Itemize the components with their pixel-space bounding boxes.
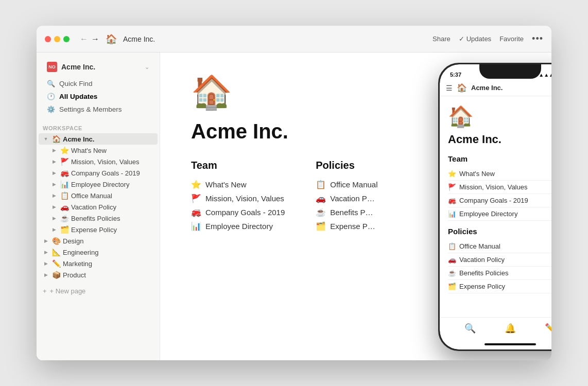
new-page-label: + New page: [50, 287, 86, 295]
sidebar-all-updates[interactable]: 🕐 All Updates: [43, 90, 153, 103]
phone-screen: 5:37 ▲▲▲ 📶 🔋 ☰ 🏠 Acme Inc. ⬆ •: [440, 64, 551, 349]
phone-content: 🏠 Acme Inc. Team ⭐ What's New ••• 🚩: [440, 96, 551, 317]
item-emoji: 🚩: [191, 194, 201, 203]
item-emoji: ☕: [316, 207, 326, 217]
phone-list-item[interactable]: 📋 Office Manual •••: [448, 240, 551, 253]
expand-icon: ▶: [42, 237, 50, 245]
sidebar-item-company-goals[interactable]: ▶ 🚒 Company Goals - 2019: [39, 167, 158, 179]
new-page-button[interactable]: + + New page: [37, 285, 160, 297]
sidebar-item-engineering[interactable]: ▶ 📐 Engineering: [39, 247, 158, 258]
phone-item-emoji: 🚒: [448, 197, 456, 204]
expand-icon: ▶: [42, 248, 50, 256]
gear-icon: ⚙️: [47, 106, 55, 113]
workspace-header[interactable]: NO Acme Inc. ⌄: [43, 59, 153, 75]
phone-item-emoji: 🗂️: [448, 283, 456, 290]
minimize-button[interactable]: [54, 36, 60, 42]
nav-arrows: ← →: [80, 34, 99, 44]
section-item-label: Expense P…: [330, 222, 375, 231]
section-item-office[interactable]: 📋 Office Manual: [316, 178, 408, 191]
team-section-title: Team: [191, 160, 285, 171]
item-emoji: 🚩: [60, 157, 69, 166]
team-section: Team ⭐ What's New 🚩 Mission, Vision, Val…: [191, 160, 285, 233]
phone-list-item[interactable]: 🚒 Company Goals - 2019 •••: [448, 194, 551, 207]
item-emoji: 🚗: [316, 194, 326, 203]
workspace-chevron-icon: ⌄: [145, 64, 149, 71]
traffic-lights: [45, 36, 70, 42]
sidebar-quick-find-label: Quick Find: [59, 80, 93, 87]
phone-item-label: Mission, Vision, Values: [459, 183, 551, 191]
phone-list-item[interactable]: 🚩 Mission, Vision, Values •••: [448, 181, 551, 194]
phone-search-icon[interactable]: 🔍: [464, 323, 476, 334]
phone-compose-icon[interactable]: ✏️: [545, 323, 551, 334]
home-bar: [485, 343, 536, 345]
phone-list-item[interactable]: ⭐ What's New •••: [448, 167, 551, 181]
updates-button[interactable]: Updates: [459, 35, 491, 43]
expand-icon: ▼: [42, 135, 50, 143]
phone-item-emoji: 📋: [448, 242, 456, 250]
section-item-label: Company Goals - 2019: [205, 208, 285, 217]
section-item-vacation[interactable]: 🚗 Vacation P…: [316, 191, 408, 205]
phone-page-emoji: 🏠: [457, 83, 467, 93]
sidebar-item-product[interactable]: ▶ 📦 Product: [39, 269, 158, 280]
app-window: ← → 🏠 Acme Inc. Share Updates Favorite •…: [37, 26, 551, 360]
expand-icon: ▶: [50, 157, 58, 166]
phone-menu-icon[interactable]: ☰: [446, 84, 453, 92]
sidebar-item-office-manual[interactable]: ▶ 📋 Office Manual: [39, 190, 158, 201]
phone-header-title: Acme Inc.: [448, 133, 551, 146]
phone-time: 5:37: [450, 72, 461, 78]
maximize-button[interactable]: [63, 36, 70, 42]
phone-list-item[interactable]: 🗂️ Expense Policy •••: [448, 280, 551, 293]
item-emoji: 🎨: [52, 237, 61, 245]
sidebar-quick-find[interactable]: 🔍 Quick Find: [43, 77, 153, 90]
close-button[interactable]: [45, 36, 51, 42]
sidebar-benefits-label: Benefits Policies: [71, 215, 120, 222]
phone-item-emoji: ☕: [448, 269, 456, 277]
sidebar-item-mission[interactable]: ▶ 🚩 Mission, Vision, Values: [39, 156, 158, 167]
more-button[interactable]: •••: [532, 33, 543, 44]
sidebar-item-benefits[interactable]: ▶ ☕ Benefits Policies: [39, 213, 158, 224]
sidebar-item-expense[interactable]: ▶ 🗂️ Expense Policy: [39, 224, 158, 235]
expand-icon: ▶: [50, 191, 58, 200]
favorite-button[interactable]: Favorite: [499, 35, 524, 43]
section-item-employee-dir[interactable]: 📊 Employee Directory: [191, 219, 285, 233]
item-emoji: ⭐: [60, 146, 69, 154]
policies-section-title: Policies: [316, 160, 408, 171]
expand-icon: ▶: [50, 203, 58, 211]
section-item-mission[interactable]: 🚩 Mission, Vision, Values: [191, 191, 285, 205]
phone-policies-section: Policies 📋 Office Manual ••• 🚗 Vacation …: [448, 227, 551, 293]
section-item-benefits[interactable]: ☕ Benefits P…: [316, 205, 408, 219]
sidebar-settings[interactable]: ⚙️ Settings & Members: [43, 103, 153, 116]
phone-bell-icon[interactable]: 🔔: [505, 323, 516, 334]
phone-item-label: Office Manual: [459, 242, 551, 250]
phone-list-item[interactable]: 🚗 Vacation Policy •••: [448, 253, 551, 267]
section-item-label: Employee Directory: [205, 222, 273, 231]
sidebar-item-vacation[interactable]: ▶ 🚗 Vacation Policy: [39, 201, 158, 213]
phone-list-item[interactable]: 📊 Employee Directory •••: [448, 207, 551, 221]
sidebar-marketing-label: Marketing: [63, 260, 92, 268]
sidebar-mission-label: Mission, Vision, Values: [71, 158, 139, 166]
phone-policies-heading: Policies: [448, 227, 551, 236]
share-button[interactable]: Share: [433, 35, 451, 43]
section-item-expense[interactable]: 🗂️ Expense P…: [316, 219, 408, 233]
section-item-company-goals[interactable]: 🚒 Company Goals - 2019: [191, 205, 285, 219]
forward-arrow[interactable]: →: [91, 34, 99, 44]
sidebar-item-whats-new[interactable]: ▶ ⭐ What's New: [39, 145, 158, 156]
section-item-whats-new[interactable]: ⭐ What's New: [191, 178, 285, 191]
phone-nav-bar: ☰ 🏠 Acme Inc. ⬆ •••: [440, 80, 551, 96]
back-arrow[interactable]: ←: [80, 34, 88, 44]
item-emoji: ✏️: [52, 259, 61, 268]
phone-team-section: Team ⭐ What's New ••• 🚩 Mission, Vision,…: [448, 154, 551, 221]
phone-item-label: Company Goals - 2019: [459, 197, 551, 204]
phone-bottom-bar: 🔍 🔔 ✏️: [440, 317, 551, 339]
sidebar-item-employee-dir[interactable]: ▶ 📊 Employee Directory: [39, 179, 158, 190]
item-emoji: 📋: [316, 180, 326, 189]
sidebar-item-design[interactable]: ▶ 🎨 Design: [39, 235, 158, 247]
sidebar-product-label: Product: [63, 271, 86, 279]
section-item-label: Vacation P…: [330, 194, 374, 203]
sidebar-item-acme[interactable]: ▼ 🏠 Acme Inc.: [39, 133, 158, 145]
sidebar-company-goals-label: Company Goals - 2019: [71, 169, 140, 177]
item-emoji: 📦: [52, 271, 61, 279]
sidebar-item-marketing[interactable]: ▶ ✏️ Marketing: [39, 258, 158, 269]
item-emoji: ☕: [60, 214, 69, 222]
phone-list-item[interactable]: ☕ Benefits Policies •••: [448, 267, 551, 280]
